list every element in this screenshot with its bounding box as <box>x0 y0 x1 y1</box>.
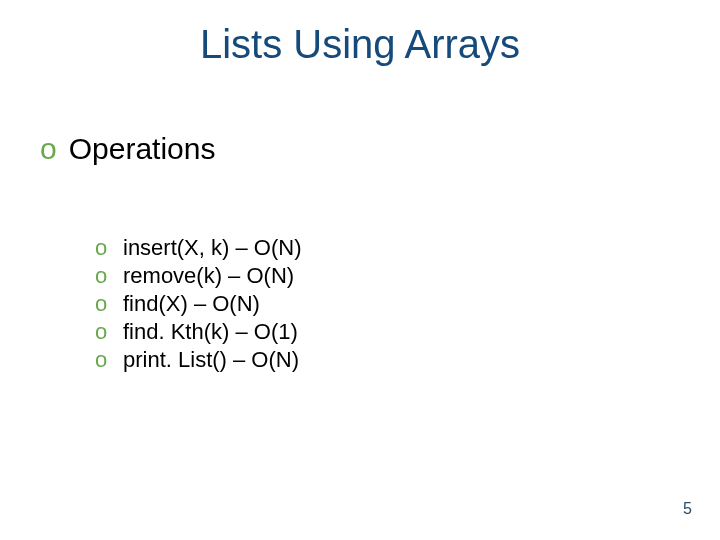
list-item: o find. Kth(k) – O(1) <box>95 319 301 345</box>
bullet-icon: o <box>40 132 57 166</box>
list-item-text: remove(k) – O(N) <box>123 263 294 289</box>
bullet-icon: o <box>95 291 107 317</box>
bullet-icon: o <box>95 263 107 289</box>
page-number: 5 <box>683 500 692 518</box>
list-item: o print. List() – O(N) <box>95 347 301 373</box>
section-heading: o Operations <box>40 132 215 166</box>
bullet-icon: o <box>95 319 107 345</box>
list-item: o remove(k) – O(N) <box>95 263 301 289</box>
slide: Lists Using Arrays o Operations o insert… <box>0 0 720 540</box>
list-item: o find(X) – O(N) <box>95 291 301 317</box>
page-title: Lists Using Arrays <box>0 22 720 67</box>
list-item-text: find. Kth(k) – O(1) <box>123 319 298 345</box>
section-row: o Operations <box>40 132 215 166</box>
bullet-icon: o <box>95 235 107 261</box>
list-item: o insert(X, k) – O(N) <box>95 235 301 261</box>
list-item-text: find(X) – O(N) <box>123 291 260 317</box>
list-item-text: print. List() – O(N) <box>123 347 299 373</box>
bullet-icon: o <box>95 347 107 373</box>
operations-list: o insert(X, k) – O(N) o remove(k) – O(N)… <box>95 235 301 375</box>
list-item-text: insert(X, k) – O(N) <box>123 235 301 261</box>
section-text: Operations <box>69 132 216 166</box>
